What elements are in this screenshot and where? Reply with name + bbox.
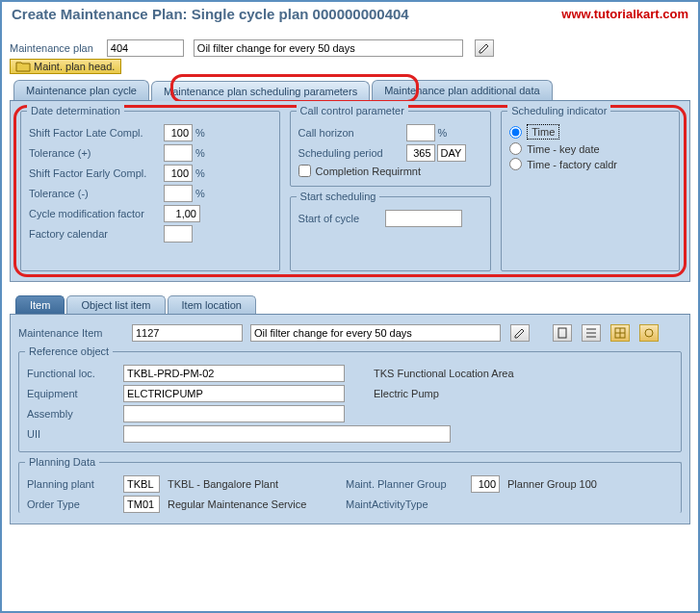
- func-loc-label: Functional loc.: [27, 368, 123, 379]
- sched-ind-time-label: Time: [527, 124, 559, 140]
- planner-group-label: Maint. Planner Group: [346, 478, 471, 490]
- tab-item-location[interactable]: Item location: [168, 295, 256, 314]
- planning-plant-input[interactable]: [123, 475, 160, 493]
- tol-plus-input[interactable]: [164, 144, 193, 162]
- shift-late-input[interactable]: [164, 124, 193, 141]
- sched-ind-keydate-label: Time - key date: [527, 143, 599, 155]
- sched-indicator-legend: Scheduling indicator: [507, 105, 610, 116]
- cycle-mod-label: Cycle modification factor: [29, 208, 164, 219]
- tab-object-list-item[interactable]: Object list item: [66, 295, 165, 314]
- percent-sign: %: [195, 127, 205, 139]
- func-loc-input[interactable]: [123, 365, 345, 382]
- equipment-input[interactable]: [123, 385, 345, 402]
- planner-group-desc: Planner Group 100: [507, 478, 597, 490]
- call-horizon-input[interactable]: [406, 124, 435, 141]
- assembly-label: Assembly: [27, 408, 123, 420]
- sched-ind-time-radio[interactable]: [509, 126, 522, 139]
- planning-data-legend: Planning Data: [25, 456, 99, 468]
- svg-rect-0: [558, 328, 566, 338]
- completion-req-label: Completion Requirmnt: [316, 166, 421, 177]
- svg-point-2: [645, 329, 653, 337]
- planner-group-input[interactable]: [471, 475, 500, 493]
- assembly-input[interactable]: [123, 405, 345, 422]
- start-cycle-input[interactable]: [385, 210, 462, 227]
- sched-period-unit-input[interactable]: [437, 144, 466, 162]
- folder-icon: [16, 62, 30, 71]
- sched-period-label: Scheduling period: [298, 147, 406, 159]
- order-type-input[interactable]: [123, 496, 160, 513]
- func-loc-desc: TKS Functional Location Area: [374, 368, 514, 379]
- maint-item-desc-input[interactable]: [250, 324, 501, 342]
- maint-plan-head-button[interactable]: Maint. plan head.: [10, 59, 121, 74]
- planning-plant-label: Planning plant: [27, 478, 123, 490]
- uii-input[interactable]: [123, 425, 451, 443]
- order-type-desc: Regular Maintenance Service: [168, 498, 346, 510]
- percent-sign: %: [195, 147, 205, 159]
- maint-plan-input[interactable]: [107, 39, 184, 57]
- maint-plan-head-label: Maint. plan head.: [34, 61, 115, 72]
- document-icon: [557, 327, 567, 339]
- tab-plan-cycle[interactable]: Maintenance plan cycle: [13, 80, 149, 100]
- item-action2-button[interactable]: [582, 324, 601, 342]
- ref-object-legend: Reference object: [25, 345, 113, 357]
- date-determination-legend: Date determination: [27, 105, 124, 116]
- call-control-legend: Call control parameter: [297, 105, 408, 116]
- completion-req-checkbox[interactable]: [298, 165, 311, 177]
- start-scheduling-legend: Start scheduling: [297, 191, 380, 202]
- cycle-mod-input[interactable]: [164, 205, 200, 222]
- edit-item-desc-button[interactable]: [510, 324, 530, 342]
- item-action1-button[interactable]: [553, 324, 572, 342]
- shift-early-label: Shift Factor Early Compl.: [29, 167, 164, 179]
- pencil-icon: [479, 42, 490, 54]
- tol-minus-label: Tolerance (-): [29, 188, 164, 199]
- maint-item-input[interactable]: [132, 324, 243, 342]
- watermark: www.tutorialkart.com: [561, 7, 688, 21]
- sched-ind-factorycal-radio[interactable]: [509, 158, 522, 170]
- grid-icon: [614, 327, 626, 339]
- item-action3-button[interactable]: [610, 324, 630, 342]
- sched-ind-keydate-radio[interactable]: [509, 142, 522, 155]
- shift-late-label: Shift Factor Late Compl.: [29, 127, 164, 139]
- sched-period-input[interactable]: [406, 144, 435, 162]
- equipment-label: Equipment: [27, 388, 123, 399]
- tool-icon: [643, 327, 655, 339]
- item-action4-button[interactable]: [639, 324, 659, 342]
- sched-ind-factorycal-label: Time - factory caldr: [527, 159, 617, 170]
- tol-minus-input[interactable]: [164, 185, 193, 202]
- percent-sign: %: [438, 127, 448, 139]
- uii-label: UII: [27, 428, 123, 440]
- list-icon: [585, 327, 597, 339]
- tab-item[interactable]: Item: [15, 295, 65, 314]
- maint-item-label: Maintenance Item: [18, 327, 124, 339]
- maint-plan-desc-input[interactable]: [194, 39, 463, 57]
- planning-plant-desc: TKBL - Bangalore Plant: [168, 478, 346, 490]
- percent-sign: %: [195, 167, 205, 179]
- call-horizon-label: Call horizon: [298, 127, 406, 139]
- page-title: Create Maintenance Plan: Single cycle pl…: [12, 6, 409, 22]
- order-type-label: Order Type: [27, 498, 123, 510]
- shift-early-input[interactable]: [164, 165, 193, 182]
- factory-cal-input[interactable]: [164, 225, 193, 243]
- equipment-desc: Electric Pump: [374, 388, 439, 399]
- tol-plus-label: Tolerance (+): [29, 147, 164, 159]
- edit-plan-desc-button[interactable]: [475, 39, 494, 57]
- maint-activity-type-label: MaintActivityType: [346, 498, 471, 510]
- factory-cal-label: Factory calendar: [29, 228, 164, 240]
- tab-additional-data[interactable]: Maintenance plan additional data: [372, 80, 552, 100]
- percent-sign: %: [195, 188, 205, 199]
- start-cycle-label: Start of cycle: [298, 213, 385, 224]
- maint-plan-label: Maintenance plan: [10, 42, 93, 54]
- tab-scheduling-params[interactable]: Maintenance plan scheduling parameters: [151, 81, 370, 101]
- pencil-icon: [514, 327, 526, 339]
